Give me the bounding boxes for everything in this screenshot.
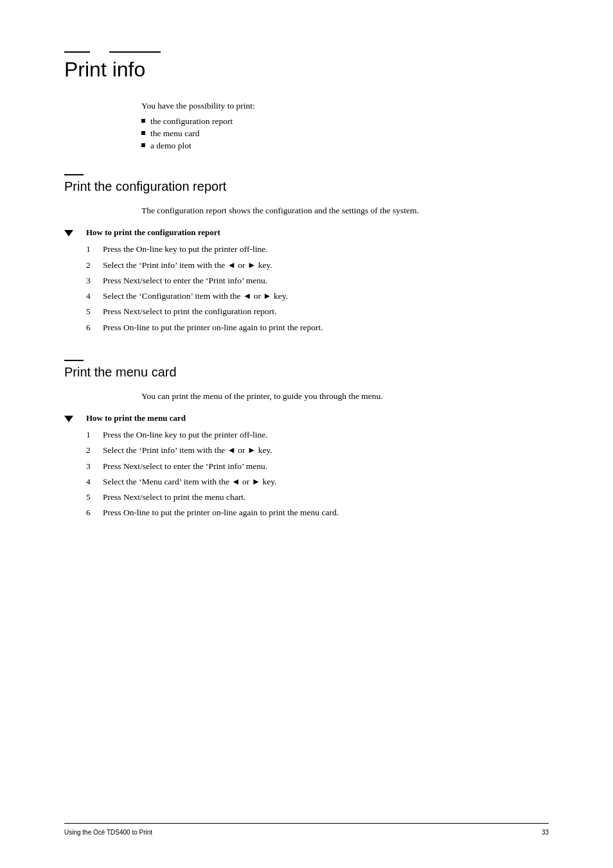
procedure-menu: How to print the menu card 1 Press the O… — [64, 413, 549, 522]
bullet-list: the configuration report the menu card a… — [141, 116, 549, 151]
triangle-icon — [64, 416, 73, 422]
step: 1 Press the On-line key to put the print… — [86, 243, 549, 256]
bullet-text: a demo plot — [150, 141, 191, 151]
step-text: Select the ‘Menu card’ item with the ◄ o… — [103, 475, 549, 488]
section-title-decorators — [64, 360, 549, 361]
step-text: Select the ‘Configuration’ item with the… — [103, 290, 549, 303]
title-decorators — [64, 51, 549, 53]
step-text: Press Next/select to print the configura… — [103, 305, 549, 318]
list-item: the configuration report — [141, 116, 549, 127]
step-text: Select the ‘Print info’ item with the ◄ … — [103, 259, 549, 272]
bullet-icon — [141, 131, 145, 135]
section-title: Print the configuration report — [64, 179, 549, 194]
procedure-content: How to print the menu card 1 Press the O… — [86, 413, 549, 522]
step: 3 Press Next/select to enter the ‘Print … — [86, 274, 549, 287]
bullet-icon — [141, 143, 145, 147]
step: 3 Press Next/select to enter the ‘Print … — [86, 460, 549, 473]
step: 1 Press the On-line key to put the print… — [86, 429, 549, 441]
section-intro: The configuration report shows the confi… — [141, 204, 549, 217]
section-config-report: Print the configuration report The confi… — [64, 174, 549, 337]
procedure-title: How to print the menu card — [86, 413, 549, 423]
step-text: Press Next/select to enter the ‘Print in… — [103, 460, 549, 473]
step: 4 Select the ‘Configuration’ item with t… — [86, 290, 549, 303]
step: 5 Press Next/select to print the menu ch… — [86, 491, 549, 504]
procedure-marker — [64, 413, 73, 422]
bullet-text: the configuration report — [150, 116, 233, 127]
step: 6 Press On-line to put the printer on-li… — [86, 506, 549, 519]
triangle-icon — [64, 230, 73, 236]
steps-list: 1 Press the On-line key to put the print… — [86, 429, 549, 520]
page-footer: Using the Océ TDS400 to Print 33 — [64, 823, 549, 836]
steps-list: 1 Press the On-line key to put the print… — [86, 243, 549, 334]
step-text: Select the ‘Print info’ item with the ◄ … — [103, 444, 549, 457]
footer-page-number: 33 — [542, 829, 549, 836]
title-line-short — [64, 51, 90, 53]
step-text: Press On-line to put the printer on-line… — [103, 506, 549, 519]
bullet-icon — [141, 119, 145, 123]
step: 5 Press Next/select to print the configu… — [86, 305, 549, 318]
section-header: Print the menu card — [64, 360, 549, 380]
procedure-title: How to print the configuration report — [86, 227, 549, 238]
step-text: Press the On-line key to put the printer… — [103, 429, 549, 441]
list-item: a demo plot — [141, 141, 549, 151]
step-text: Press Next/select to print the menu char… — [103, 491, 549, 504]
section-line — [64, 174, 84, 175]
step: 6 Press On-line to put the printer on-li… — [86, 321, 549, 334]
intro-lead: You have the possibility to print: — [141, 101, 549, 111]
intro-section: You have the possibility to print: the c… — [141, 101, 549, 151]
section-title: Print the menu card — [64, 365, 549, 380]
section-menu-card: Print the menu card You can print the me… — [64, 360, 549, 522]
procedure-marker — [64, 227, 73, 236]
procedure-content: How to print the configuration report 1 … — [86, 227, 549, 337]
list-item: the menu card — [141, 128, 549, 139]
section-line — [64, 360, 84, 361]
procedure-config: How to print the configuration report 1 … — [64, 227, 549, 337]
step-text: Press Next/select to enter the ‘Print in… — [103, 274, 549, 287]
step-text: Press the On-line key to put the printer… — [103, 243, 549, 256]
section-intro: You can print the menu of the printer, t… — [141, 390, 549, 403]
title-line-long — [109, 51, 161, 53]
page: Print info You have the possibility to p… — [0, 0, 613, 868]
footer-left: Using the Océ TDS400 to Print — [64, 829, 152, 836]
step: 4 Select the ‘Menu card’ item with the ◄… — [86, 475, 549, 488]
step: 2 Select the ‘Print info’ item with the … — [86, 444, 549, 457]
section-header: Print the configuration report — [64, 174, 549, 194]
page-title: Print info — [64, 58, 549, 82]
bullet-text: the menu card — [150, 128, 199, 139]
step-text: Press On-line to put the printer on-line… — [103, 321, 549, 334]
section-title-decorators — [64, 174, 549, 175]
title-section: Print info — [64, 51, 549, 82]
step: 2 Select the ‘Print info’ item with the … — [86, 259, 549, 272]
